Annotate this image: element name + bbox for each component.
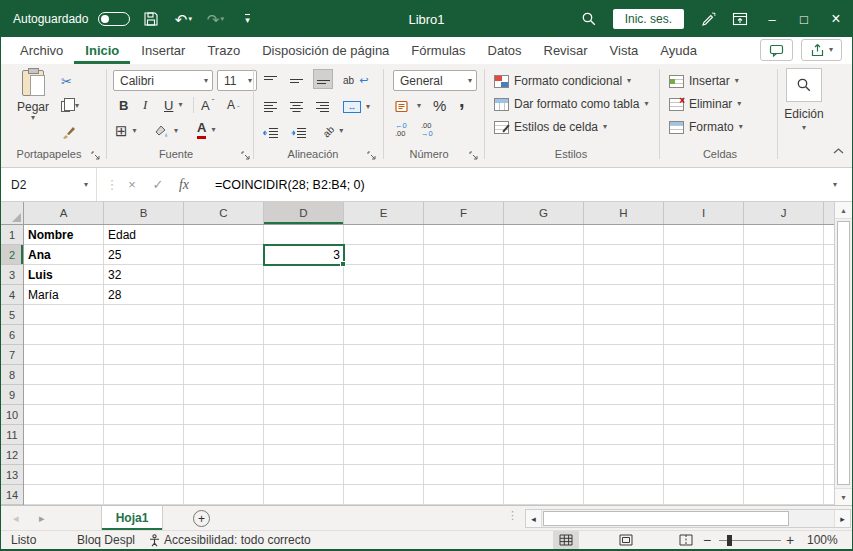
search-icon[interactable] [573,1,605,37]
close-button[interactable]: × [820,1,852,37]
select-all-corner[interactable] [1,202,24,225]
ink-pen-icon[interactable] [692,1,724,37]
row-header-12[interactable]: 12 [1,445,23,465]
cell-B3[interactable]: 32 [108,265,121,285]
tab-trazo[interactable]: Trazo [196,37,251,64]
column-header-i[interactable]: I [664,202,744,224]
column-header-b[interactable]: B [104,202,184,224]
expand-formula-bar-icon[interactable]: ▾ [822,168,848,201]
merge-center-button[interactable]: ↔▾ [343,97,370,117]
tabbar-resizer[interactable]: ⋮ [507,509,516,522]
cell-B4[interactable]: 28 [108,285,121,305]
cells-area[interactable] [24,225,834,505]
cell-B2[interactable]: 25 [108,245,121,265]
align-bottom-button[interactable] [313,69,333,89]
tab-inicio[interactable]: Inicio [74,37,130,64]
comments-button[interactable] [760,39,793,61]
scroll-right-icon[interactable]: ▸ [834,510,850,527]
confirm-entry-icon[interactable]: ✓ [145,168,171,201]
save-icon[interactable] [140,7,162,31]
status-scroll-lock[interactable]: Bloq Despl [77,531,135,549]
vertical-scrollbar[interactable]: ▲ ▼ [834,202,852,505]
column-header-g[interactable]: G [504,202,584,224]
name-box[interactable]: D2 ▾ [1,168,97,201]
font-name-select[interactable]: Calibri▾ [113,70,213,91]
scroll-left-icon[interactable]: ◂ [526,510,542,527]
underline-button[interactable]: U▾ [164,95,182,115]
tab-formulas[interactable]: Fórmulas [400,37,476,64]
formula-input[interactable]: =COINCIDIR(28; B2:B4; 0) [215,168,365,201]
decrease-font-button[interactable]: Aˇ [227,95,240,115]
cell-A2[interactable]: Ana [28,245,51,265]
italic-button[interactable]: I [143,95,147,115]
undo-icon[interactable]: ↶▾ [172,7,194,31]
font-color-button[interactable]: A▾ [197,120,215,140]
increase-decimal-button[interactable]: ←0.00 [395,120,407,140]
row-header-13[interactable]: 13 [1,465,23,485]
scroll-down-icon[interactable]: ▼ [835,488,852,505]
percent-button[interactable]: % [433,95,446,115]
row-header-1[interactable]: 1 [1,225,23,245]
cell-A3[interactable]: Luis [28,265,53,285]
align-right-button[interactable] [315,97,330,117]
font-size-select[interactable]: 11▾ [217,70,257,91]
accounting-format-button[interactable]: ▾ [395,96,421,116]
cell-A4[interactable]: María [28,285,59,305]
row-header-7[interactable]: 7 [1,345,23,365]
tab-archivo[interactable]: Archivo [9,37,74,64]
horizontal-scrollbar[interactable]: ◂ ▸ [525,509,851,528]
tab-datos[interactable]: Datos [477,37,533,64]
sign-in-button[interactable]: Inic. ses. [613,9,684,29]
row-header-6[interactable]: 6 [1,325,23,345]
tab-revisar[interactable]: Revisar [533,37,599,64]
decrease-indent-button[interactable] [263,123,279,143]
row-header-9[interactable]: 9 [1,385,23,405]
view-page-layout-icon[interactable] [613,531,639,549]
tab-vista[interactable]: Vista [599,37,650,64]
align-middle-button[interactable] [289,71,304,91]
editing-button[interactable]: Edición ▾ [781,68,827,146]
conditional-formatting-button[interactable]: Formato condicional▾ [494,71,631,91]
zoom-in-icon[interactable]: + [786,531,794,549]
row-header-11[interactable]: 11 [1,425,23,445]
view-page-break-icon[interactable] [673,531,699,549]
column-header-f[interactable]: F [424,202,504,224]
cut-button[interactable]: ✂ [61,71,72,91]
borders-button[interactable]: ⊞▾ [115,121,137,141]
horizontal-scroll-thumb[interactable] [543,511,789,526]
zoom-out-icon[interactable]: − [703,531,711,549]
decrease-decimal-button[interactable]: .00→0 [421,120,433,140]
clipboard-dialog-launcher[interactable] [91,149,101,159]
number-dialog-launcher[interactable] [469,149,479,159]
sheet-tab-hoja1[interactable]: Hoja1 [101,506,163,530]
row-header-4[interactable]: 4 [1,285,23,305]
tab-disposicion[interactable]: Disposición de página [251,37,400,64]
view-normal-icon[interactable] [553,531,579,549]
column-header-h[interactable]: H [584,202,664,224]
cancel-entry-icon[interactable]: × [119,168,145,201]
minimize-button[interactable]: – [756,1,788,37]
alignment-dialog-launcher[interactable] [367,149,377,159]
tab-insertar[interactable]: Insertar [130,37,196,64]
increase-font-button[interactable]: Aˆ [201,95,214,115]
column-header-a[interactable]: A [24,202,104,224]
zoom-slider-thumb[interactable] [727,535,732,546]
row-header-8[interactable]: 8 [1,365,23,385]
paste-button[interactable]: Pegar ▾ [9,68,57,146]
autosave-toggle[interactable] [98,12,130,26]
row-header-2[interactable]: 2 [1,245,23,265]
orientation-button[interactable]: ab▾ [323,121,343,141]
fill-color-button[interactable]: ▾ [153,121,178,141]
scroll-up-icon[interactable]: ▲ [835,202,852,219]
increase-indent-button[interactable] [291,123,307,143]
comma-style-button[interactable]: , [459,90,465,110]
cell-A1[interactable]: Nombre [28,225,73,245]
collapse-ribbon-icon[interactable] [833,144,844,158]
row-header-3[interactable]: 3 [1,265,23,285]
row-header-14[interactable]: 14 [1,485,23,505]
ribbon-display-options-icon[interactable] [724,1,756,37]
format-cells-button[interactable]: Formato▾ [669,117,743,137]
zoom-level[interactable]: 100% [807,531,838,549]
status-mode[interactable]: Listo [11,531,36,549]
quick-access-toolbar-more-icon[interactable]: ▾ [236,7,258,31]
